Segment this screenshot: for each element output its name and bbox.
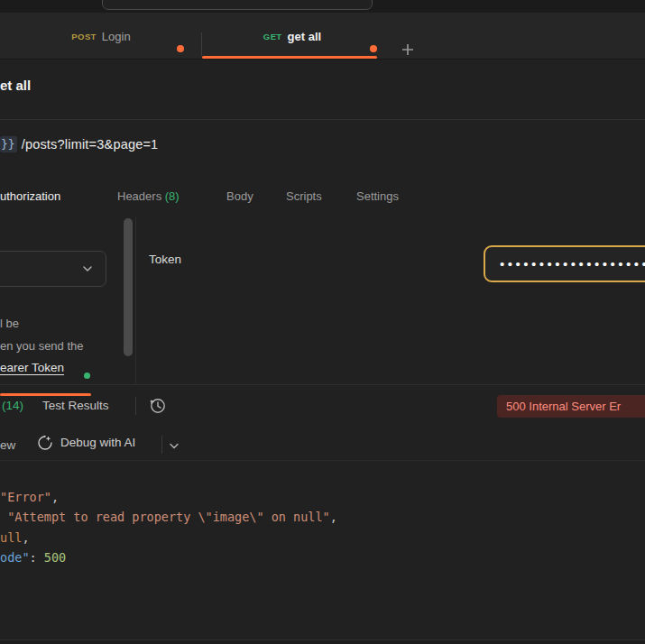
meta-divider — [135, 397, 136, 415]
response-body-code[interactable]: "Error", "Attempt to read property \"ima… — [0, 487, 645, 631]
app-header-strip — [0, 0, 645, 13]
panel-divider — [135, 216, 136, 384]
request-section-tabs: uthorization Headers (8) Body Scripts Se… — [0, 180, 645, 216]
auth-description-line2: en you send the — [0, 339, 84, 353]
authorization-panel — [0, 216, 645, 384]
headers-label: Headers — [117, 189, 161, 203]
tab-body[interactable]: Body — [226, 189, 253, 203]
response-history-button[interactable] — [148, 396, 168, 416]
auth-description-line1: l be — [0, 317, 19, 330]
response-toolbar: ew Debug with AI — [0, 426, 645, 461]
app-window: POST Login GET get all et all }} /posts?… — [0, 0, 645, 644]
url-variable-chip[interactable]: }} — [0, 136, 17, 152]
tab-authorization[interactable]: uthorization — [0, 189, 60, 203]
active-tab-underline — [202, 56, 377, 59]
request-tab-bar: POST Login GET get all — [0, 13, 645, 60]
debug-ai-label: Debug with AI — [60, 436, 135, 449]
code-line: ull, — [0, 528, 645, 547]
tab-test-results[interactable]: Test Results — [42, 399, 109, 412]
status-bar-strip — [0, 639, 645, 644]
headers-count: (8) — [165, 189, 180, 203]
request-title: et all — [0, 78, 31, 93]
debug-with-ai-button[interactable]: Debug with AI — [36, 433, 135, 451]
status-badge-500[interactable]: 500 Internal Server Er — [497, 395, 645, 418]
tab-scripts[interactable]: Scripts — [286, 189, 322, 203]
tab-get-get-all[interactable]: GET get all — [202, 13, 382, 60]
tab-get-all-label: get all — [288, 30, 322, 43]
unsaved-indicator-dot — [370, 45, 377, 52]
auth-type-select[interactable] — [0, 251, 106, 287]
unsaved-indicator-dot — [177, 45, 184, 52]
toolbar-divider — [161, 436, 162, 454]
tab-login-label: Login — [102, 30, 131, 43]
code-line: "Error", — [0, 487, 645, 507]
new-tab-button[interactable] — [398, 40, 418, 60]
token-input[interactable]: •••••••••••••••••••••• — [484, 245, 645, 282]
method-label-post: POST — [71, 32, 96, 41]
divider — [0, 119, 645, 120]
token-field-label: Token — [149, 253, 181, 266]
tab-headers[interactable]: Headers (8) — [117, 189, 180, 203]
bearer-token-link[interactable]: earer Token — [0, 361, 64, 374]
plus-icon — [401, 42, 415, 57]
tab-post-login[interactable]: POST Login — [0, 13, 202, 60]
view-mode-truncated[interactable]: ew — [0, 438, 15, 452]
response-meta-row: (14) Test Results 500 Internal Server Er — [0, 385, 645, 426]
chevron-down-icon — [81, 262, 94, 275]
response-headers-count[interactable]: (14) — [2, 399, 23, 412]
history-clock-icon — [148, 396, 168, 416]
code-line: "Attempt to read property \"image\" on n… — [0, 507, 645, 527]
status-badge-text: 500 Internal Server Er — [506, 400, 621, 413]
token-masked-value: •••••••••••••••••••••• — [485, 256, 645, 271]
url-path-text[interactable]: /posts?limit=3&page=1 — [22, 137, 159, 152]
debug-ai-chevron-icon[interactable] — [168, 439, 180, 455]
code-line: ode": 500 — [0, 547, 645, 567]
method-label-get: GET — [263, 32, 282, 41]
tab-settings[interactable]: Settings — [356, 189, 399, 203]
url-bar[interactable]: }} /posts?limit=3&page=1 — [0, 133, 158, 155]
ai-sparkle-icon — [36, 433, 54, 451]
scrollbar-thumb[interactable] — [124, 218, 133, 356]
search-box-partial[interactable] — [102, 0, 373, 10]
